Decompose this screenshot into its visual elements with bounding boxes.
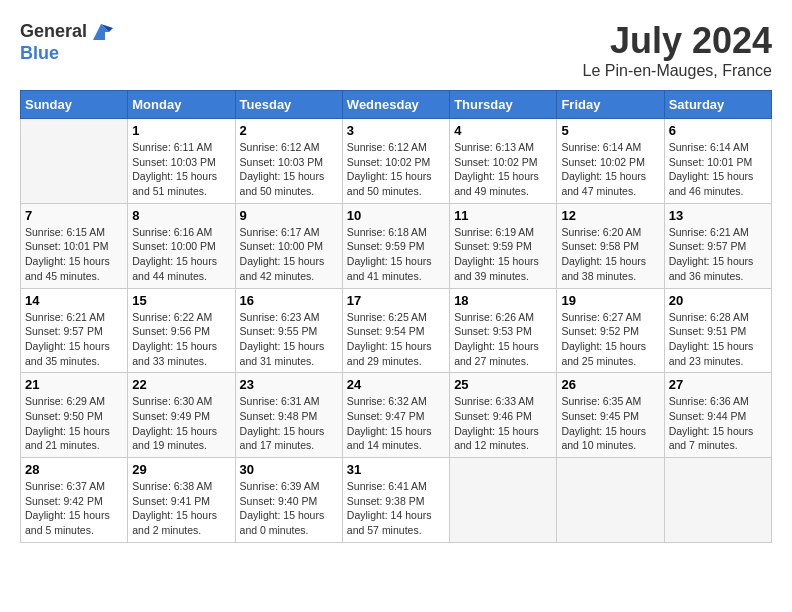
day-number: 18 [454,293,552,308]
day-info: Sunrise: 6:21 AM Sunset: 9:57 PM Dayligh… [25,310,123,369]
logo-blue: Blue [20,44,113,64]
day-cell: 6Sunrise: 6:14 AM Sunset: 10:01 PM Dayli… [664,119,771,204]
day-cell: 24Sunrise: 6:32 AM Sunset: 9:47 PM Dayli… [342,373,449,458]
day-number: 24 [347,377,445,392]
day-number: 21 [25,377,123,392]
day-cell [557,458,664,543]
column-header-monday: Monday [128,91,235,119]
day-info: Sunrise: 6:12 AM Sunset: 10:02 PM Daylig… [347,140,445,199]
day-info: Sunrise: 6:33 AM Sunset: 9:46 PM Dayligh… [454,394,552,453]
day-info: Sunrise: 6:39 AM Sunset: 9:40 PM Dayligh… [240,479,338,538]
day-info: Sunrise: 6:37 AM Sunset: 9:42 PM Dayligh… [25,479,123,538]
day-info: Sunrise: 6:16 AM Sunset: 10:00 PM Daylig… [132,225,230,284]
header-row: SundayMondayTuesdayWednesdayThursdayFrid… [21,91,772,119]
day-cell: 5Sunrise: 6:14 AM Sunset: 10:02 PM Dayli… [557,119,664,204]
day-info: Sunrise: 6:32 AM Sunset: 9:47 PM Dayligh… [347,394,445,453]
day-cell: 25Sunrise: 6:33 AM Sunset: 9:46 PM Dayli… [450,373,557,458]
day-info: Sunrise: 6:13 AM Sunset: 10:02 PM Daylig… [454,140,552,199]
column-header-saturday: Saturday [664,91,771,119]
day-cell: 15Sunrise: 6:22 AM Sunset: 9:56 PM Dayli… [128,288,235,373]
day-number: 30 [240,462,338,477]
day-info: Sunrise: 6:14 AM Sunset: 10:02 PM Daylig… [561,140,659,199]
column-header-sunday: Sunday [21,91,128,119]
logo-icon [89,20,113,44]
day-info: Sunrise: 6:23 AM Sunset: 9:55 PM Dayligh… [240,310,338,369]
day-number: 13 [669,208,767,223]
day-number: 2 [240,123,338,138]
logo: General Blue [20,20,113,64]
day-cell: 17Sunrise: 6:25 AM Sunset: 9:54 PM Dayli… [342,288,449,373]
day-number: 22 [132,377,230,392]
day-info: Sunrise: 6:26 AM Sunset: 9:53 PM Dayligh… [454,310,552,369]
calendar-table: SundayMondayTuesdayWednesdayThursdayFrid… [20,90,772,543]
day-info: Sunrise: 6:25 AM Sunset: 9:54 PM Dayligh… [347,310,445,369]
location-title: Le Pin-en-Mauges, France [583,62,772,80]
day-cell: 19Sunrise: 6:27 AM Sunset: 9:52 PM Dayli… [557,288,664,373]
day-info: Sunrise: 6:15 AM Sunset: 10:01 PM Daylig… [25,225,123,284]
day-number: 25 [454,377,552,392]
day-number: 1 [132,123,230,138]
day-cell: 29Sunrise: 6:38 AM Sunset: 9:41 PM Dayli… [128,458,235,543]
day-cell: 14Sunrise: 6:21 AM Sunset: 9:57 PM Dayli… [21,288,128,373]
day-cell: 9Sunrise: 6:17 AM Sunset: 10:00 PM Dayli… [235,203,342,288]
day-cell: 7Sunrise: 6:15 AM Sunset: 10:01 PM Dayli… [21,203,128,288]
day-cell: 26Sunrise: 6:35 AM Sunset: 9:45 PM Dayli… [557,373,664,458]
day-number: 14 [25,293,123,308]
column-header-friday: Friday [557,91,664,119]
day-info: Sunrise: 6:21 AM Sunset: 9:57 PM Dayligh… [669,225,767,284]
day-cell [21,119,128,204]
week-row-3: 14Sunrise: 6:21 AM Sunset: 9:57 PM Dayli… [21,288,772,373]
day-info: Sunrise: 6:28 AM Sunset: 9:51 PM Dayligh… [669,310,767,369]
day-cell: 8Sunrise: 6:16 AM Sunset: 10:00 PM Dayli… [128,203,235,288]
day-info: Sunrise: 6:17 AM Sunset: 10:00 PM Daylig… [240,225,338,284]
day-number: 26 [561,377,659,392]
day-info: Sunrise: 6:14 AM Sunset: 10:01 PM Daylig… [669,140,767,199]
week-row-2: 7Sunrise: 6:15 AM Sunset: 10:01 PM Dayli… [21,203,772,288]
day-info: Sunrise: 6:11 AM Sunset: 10:03 PM Daylig… [132,140,230,199]
day-number: 17 [347,293,445,308]
day-number: 12 [561,208,659,223]
day-number: 19 [561,293,659,308]
day-number: 6 [669,123,767,138]
day-cell: 12Sunrise: 6:20 AM Sunset: 9:58 PM Dayli… [557,203,664,288]
day-cell: 11Sunrise: 6:19 AM Sunset: 9:59 PM Dayli… [450,203,557,288]
column-header-wednesday: Wednesday [342,91,449,119]
day-info: Sunrise: 6:38 AM Sunset: 9:41 PM Dayligh… [132,479,230,538]
day-cell: 23Sunrise: 6:31 AM Sunset: 9:48 PM Dayli… [235,373,342,458]
week-row-1: 1Sunrise: 6:11 AM Sunset: 10:03 PM Dayli… [21,119,772,204]
day-number: 15 [132,293,230,308]
day-info: Sunrise: 6:22 AM Sunset: 9:56 PM Dayligh… [132,310,230,369]
day-info: Sunrise: 6:41 AM Sunset: 9:38 PM Dayligh… [347,479,445,538]
day-cell: 27Sunrise: 6:36 AM Sunset: 9:44 PM Dayli… [664,373,771,458]
day-info: Sunrise: 6:19 AM Sunset: 9:59 PM Dayligh… [454,225,552,284]
day-number: 27 [669,377,767,392]
day-info: Sunrise: 6:20 AM Sunset: 9:58 PM Dayligh… [561,225,659,284]
day-number: 31 [347,462,445,477]
day-number: 16 [240,293,338,308]
day-info: Sunrise: 6:29 AM Sunset: 9:50 PM Dayligh… [25,394,123,453]
day-info: Sunrise: 6:31 AM Sunset: 9:48 PM Dayligh… [240,394,338,453]
day-number: 7 [25,208,123,223]
page-header: General Blue July 2024 Le Pin-en-Mauges,… [20,20,772,80]
day-cell: 21Sunrise: 6:29 AM Sunset: 9:50 PM Dayli… [21,373,128,458]
day-cell: 16Sunrise: 6:23 AM Sunset: 9:55 PM Dayli… [235,288,342,373]
day-number: 23 [240,377,338,392]
day-number: 20 [669,293,767,308]
day-number: 10 [347,208,445,223]
day-number: 8 [132,208,230,223]
column-header-thursday: Thursday [450,91,557,119]
day-info: Sunrise: 6:27 AM Sunset: 9:52 PM Dayligh… [561,310,659,369]
day-info: Sunrise: 6:35 AM Sunset: 9:45 PM Dayligh… [561,394,659,453]
day-cell: 10Sunrise: 6:18 AM Sunset: 9:59 PM Dayli… [342,203,449,288]
day-cell: 13Sunrise: 6:21 AM Sunset: 9:57 PM Dayli… [664,203,771,288]
day-cell: 30Sunrise: 6:39 AM Sunset: 9:40 PM Dayli… [235,458,342,543]
day-cell [664,458,771,543]
day-number: 4 [454,123,552,138]
month-title: July 2024 [583,20,772,62]
week-row-5: 28Sunrise: 6:37 AM Sunset: 9:42 PM Dayli… [21,458,772,543]
day-number: 11 [454,208,552,223]
day-number: 28 [25,462,123,477]
day-info: Sunrise: 6:18 AM Sunset: 9:59 PM Dayligh… [347,225,445,284]
day-cell: 1Sunrise: 6:11 AM Sunset: 10:03 PM Dayli… [128,119,235,204]
day-cell: 4Sunrise: 6:13 AM Sunset: 10:02 PM Dayli… [450,119,557,204]
